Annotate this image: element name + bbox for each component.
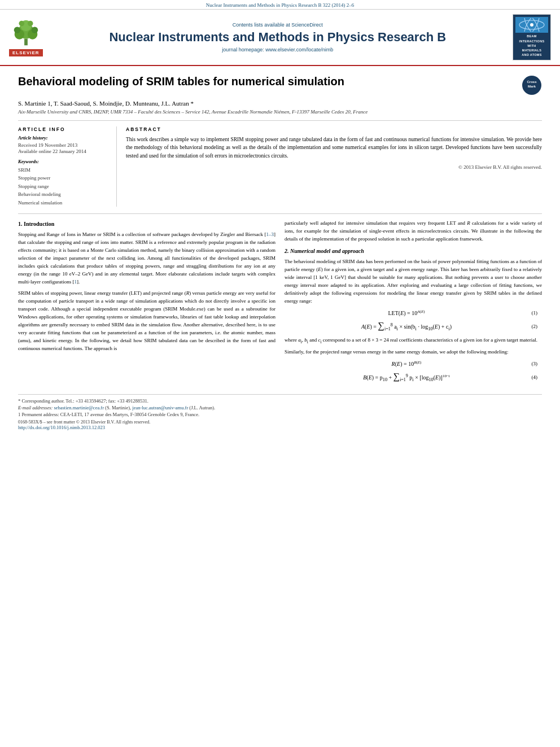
equation-4-row: B(E) = p10 + ∑i=19 pi × [log10(E)]10−i (… [285,372,542,384]
equation-3-row: R(E) = 10B(E) (3) [285,360,542,369]
contents-available: Contents lists available at ScienceDirec… [52,22,504,28]
crossmark-icon: Cross Mark [522,76,541,95]
issn-footnote: 0168-583X/$ – see front matter © 2013 El… [18,420,542,425]
elsevier-label: ELSEVIER [9,49,43,56]
email2-name: (J.L. Autran). [189,405,215,410]
svg-text:Cross: Cross [527,80,537,84]
keyword-2: Stopping power [18,174,107,182]
equation-1-row: LET(E) = 10A(E) (1) [285,309,542,318]
keywords-list: SRIM Stopping power Stopping range Behav… [18,166,107,207]
ref-1-3[interactable]: 1–3 [266,231,274,237]
footer-area: * Corresponding author. Tel.: +33 413594… [18,394,542,430]
svg-point-13 [530,23,533,27]
copyright: © 2013 Elsevier B.V. All rights reserved… [126,164,542,170]
keywords-label: Keywords: [18,159,107,164]
equation-3-num: (3) [524,360,537,368]
affiliation: Aix-Marseille University and CNRS, IM2NP… [18,109,542,115]
svg-point-8 [19,20,24,26]
received-date: Received 19 November 2013 [18,142,107,148]
crossmark-badge: Cross Mark [522,76,541,95]
sciencedirect-link[interactable]: ScienceDirect [291,22,323,28]
corresponding-footnote: * Corresponding author. Tel.: +33 413594… [18,398,542,404]
keyword-4: Behavioral modeling [18,190,107,198]
section2-heading: 2. Numerical model and approach [285,247,542,256]
keyword-1: SRIM [18,166,107,174]
intro-para1: Stopping and Range of Ions in Matter or … [18,231,275,286]
ref-1[interactable]: 1 [74,279,77,285]
abstract-heading: ABSTRACT [126,126,542,132]
permanent-footnote: 1 Permanent address: CEA-LETI, 17 avenue… [18,412,542,417]
article-info: ARTICLE INFO Article history: Received 1… [18,126,117,207]
keyword-3: Stopping range [18,182,107,190]
cover-image: BEAM INTERACTIONS WITH MATERIALS AND ATO… [513,14,551,60]
journal-homepage: journal homepage: www.elsevier.com/locat… [52,47,504,53]
journal-title-center: Contents lists available at ScienceDirec… [52,22,504,53]
doi-link[interactable]: http://dx.doi.org/10.1016/j.nimb.2013.12… [18,425,542,430]
email1-link[interactable]: sebastien.martinie@cea.fr [54,405,104,410]
article-title: Behavioral modeling of SRIM tables for n… [18,75,515,88]
journal-title-section: ELSEVIER Contents lists available at Sci… [0,10,560,66]
svg-text:Mark: Mark [528,85,536,88]
email1-name: (S. Martinie), [105,405,131,410]
section2-para1: The behavioral modeling of SRIM data has… [285,258,542,305]
keyword-5: Numerical simulation [18,199,107,207]
article-info-heading: ARTICLE INFO [18,126,107,132]
journal-bar: Nuclear Instruments and Methods in Physi… [0,0,560,10]
svg-point-7 [31,27,38,33]
article-history-label: Article history: [18,135,107,141]
after-eq2: where ai, bi and ci correspond to a set … [285,337,542,345]
article-content: Behavioral modeling of SRIM tables for n… [0,66,560,442]
abstract-col: ABSTRACT This work describes a simple wa… [117,126,542,207]
abstract-text: This work describes a simple way to impl… [126,136,542,160]
email-footnote: E-mail addresses: sebastien.martinie@cea… [18,405,542,410]
crossmark: Cross Mark [522,75,542,95]
main-text: 1. Introduction Stopping and Range of Io… [18,213,542,387]
svg-point-6 [14,27,21,33]
equation-1-formula: LET(E) = 10A(E) [289,309,524,318]
section2-para2: Similarly, for the projected range versu… [285,348,542,356]
article-body: ARTICLE INFO Article history: Received 1… [18,120,542,207]
equation-2-num: (2) [524,323,537,331]
authors: S. Martinie 1, T. Saad-Saoud, S. Moindji… [18,100,542,107]
intro-para2: SRIM tables of stopping power, linear en… [18,290,275,353]
elsevier-logo: ELSEVIER [9,19,43,56]
homepage-url[interactable]: www.elsevier.com/locate/nimb [265,47,333,53]
svg-rect-1 [24,38,28,45]
equation-4-formula: B(E) = p10 + ∑i=19 pi × [log10(E)]10−i [289,372,524,384]
journal-main-title: Nuclear Instruments and Methods in Physi… [52,30,504,45]
intro-heading: 1. Introduction [18,220,275,229]
elsevier-tree-icon [10,19,42,48]
right-para1: particularly well adapted for intensive … [285,220,542,243]
equation-1-num: (1) [524,309,537,317]
equation-4-num: (4) [524,374,537,382]
article-title-row: Behavioral modeling of SRIM tables for n… [18,75,542,95]
equation-2-row: A(E) = ∑i=18 ai × sin(bi · log10(E) + ci… [285,321,542,333]
col-right: particularly well adapted for intensive … [285,220,542,387]
available-date: Available online 22 January 2014 [18,148,107,154]
email2-link[interactable]: jean-luc.autran@univ-amu.fr [132,405,188,410]
equation-3-formula: R(E) = 10B(E) [289,360,524,369]
cover-graphic-icon [517,18,546,32]
cover-top-graphic [515,17,548,33]
col-left: 1. Introduction Stopping and Range of Io… [18,220,275,387]
cover-text: BEAM INTERACTIONS WITH MATERIALS AND ATO… [519,34,545,57]
journal-bar-text: Nuclear Instruments and Methods in Physi… [206,2,354,8]
svg-point-9 [28,20,33,26]
equation-2-formula: A(E) = ∑i=18 ai × sin(bi · log10(E) + ci… [289,321,524,333]
